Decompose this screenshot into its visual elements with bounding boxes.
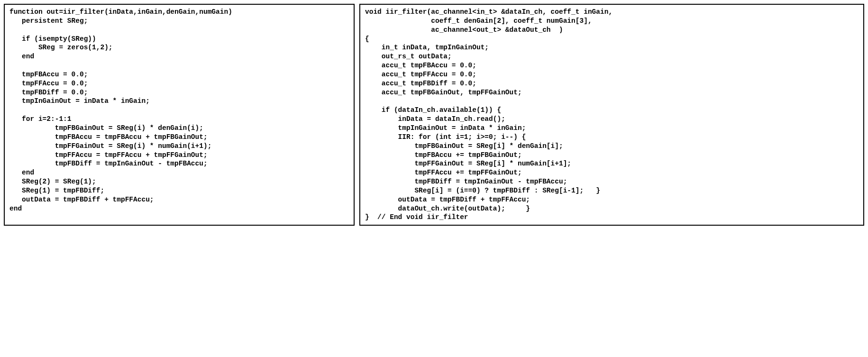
code-line: tmpFFAccu += tmpFFGainOut; [365,169,522,176]
code-line: tmpFBAccu = tmpFBAccu + tmpFBGainOut; [9,133,208,141]
code-line: tmpFBAccu += tmpFBGainOut; [365,151,522,159]
code-line: ac_channel<out_t> &dataOut_ch ) [365,26,563,34]
code-line: IIR: for (int i=1; i>=0; i--) { [365,133,526,141]
code-line: accu_t tmpFBDiff = 0.0; [365,80,476,87]
code-line: end [9,53,34,60]
code-line: tmpInGainOut = inData * inGain; [365,124,526,132]
code-line: if (isempty(SReg)) [9,35,96,43]
code-line: function out=iir_filter(inData,inGain,de… [9,8,232,16]
code-line: inData = dataIn_ch.read(); [365,115,505,123]
code-line: void iir_filter(ac_channel<in_t> &dataIn… [365,8,612,16]
code-line: accu_t tmpFFAccu = 0.0; [365,71,476,78]
code-line: persistent SReg; [9,17,88,25]
code-line: in_t inData, tmpInGainOut; [365,44,489,51]
cpp-code-box: void iir_filter(ac_channel<in_t> &dataIn… [359,4,864,226]
code-line: } // End void iir_filter [365,213,468,221]
code-line: coeff_t denGain[2], coeff_t numGain[3], [365,17,592,25]
code-line: dataOut_ch.write(outData); } [365,205,530,212]
code-line: tmpFBAccu = 0.0; [9,71,88,78]
code-line: tmpFBDiff = 0.0; [9,89,88,96]
code-line: tmpFFGainOut = SReg(i) * numGain(i+1); [9,142,211,150]
code-line: tmpFBGainOut = SReg(i) * denGain(i); [9,124,203,132]
code-line: outData = tmpFBDiff + tmpFFAccu; [365,196,530,203]
code-line: { [365,35,369,43]
code-line: tmpFBDiff = tmpInGainOut - tmpFBAccu; [365,178,567,185]
code-line: tmpFFAccu = tmpFFAccu + tmpFFGainOut; [9,151,208,159]
code-line: outData = tmpFBDiff + tmpFFAccu; [9,196,154,203]
code-line: out_rs_t outData; [365,53,452,60]
code-line: SReg = zeros(1,2); [9,44,113,51]
code-line: tmpFBGainOut = SReg[i] * denGain[i]; [365,142,563,150]
code-line: end [9,169,34,176]
code-line: tmpInGainOut = inData * inGain; [9,97,150,105]
code-comparison-container: function out=iir_filter(inData,inGain,de… [4,4,864,226]
code-line: if (dataIn_ch.available(1)) { [365,106,501,114]
code-line: tmpFBDiff = tmpInGainOut - tmpFBAccu; [9,160,208,167]
code-line: SReg[i] = (i==0) ? tmpFBDiff : SReg[i-1]… [365,187,600,194]
code-line: tmpFFGainOut = SReg[i] * numGain[i+1]; [365,160,571,167]
code-line: accu_t tmpFBAccu = 0.0; [365,62,476,69]
code-line: accu_t tmpFBGainOut, tmpFFGainOut; [365,89,522,96]
code-line: end [9,205,22,212]
code-line: SReg(1) = tmpFBDiff; [9,187,104,194]
matlab-code-box: function out=iir_filter(inData,inGain,de… [4,4,355,226]
code-line: for i=2:-1:1 [9,115,72,123]
code-line: tmpFFAccu = 0.0; [9,80,88,87]
code-line: SReg(2) = SReg(1); [9,178,96,185]
